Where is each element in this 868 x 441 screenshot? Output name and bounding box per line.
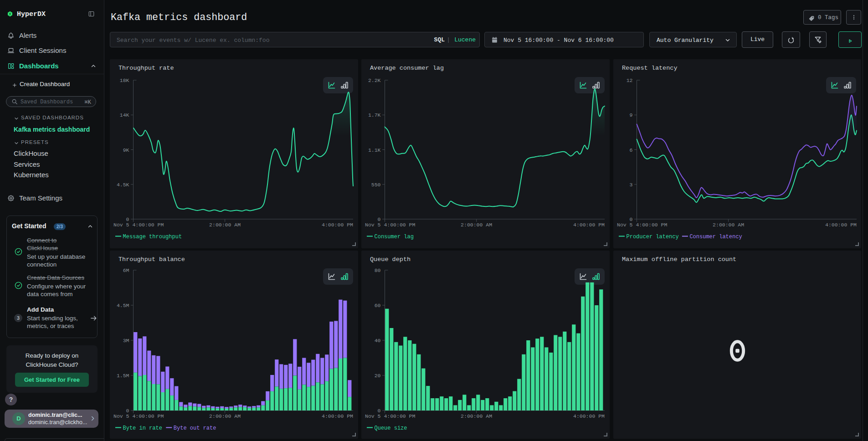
- svg-text:6M: 6M: [123, 267, 129, 273]
- svg-text:20: 20: [375, 373, 381, 379]
- svg-text:4:00:00 PM: 4:00:00 PM: [573, 413, 605, 419]
- svg-text:1.5M: 1.5M: [117, 373, 129, 379]
- svg-text:4:00:00 PM: 4:00:00 PM: [322, 222, 353, 228]
- svg-text:2.2K: 2.2K: [368, 77, 381, 83]
- svg-text:2:00:00 AM: 2:00:00 AM: [461, 222, 492, 228]
- svg-text:4.5M: 4.5M: [117, 303, 129, 308]
- svg-text:Nov 5 4:00:00 PM: Nov 5 4:00:00 PM: [617, 222, 668, 228]
- svg-text:Nov 5 4:00:00 PM: Nov 5 4:00:00 PM: [113, 222, 164, 228]
- svg-text:3M: 3M: [123, 338, 129, 344]
- svg-text:Nov 5 4:00:00 PM: Nov 5 4:00:00 PM: [113, 413, 164, 419]
- svg-text:60: 60: [375, 303, 381, 308]
- svg-text:Byte out rate: Byte out rate: [174, 425, 216, 431]
- svg-text:3: 3: [630, 182, 633, 188]
- svg-text:40: 40: [375, 338, 381, 344]
- svg-text:9: 9: [630, 112, 633, 118]
- svg-text:Queue size: Queue size: [375, 425, 407, 431]
- svg-text:2:00:00 AM: 2:00:00 AM: [209, 413, 241, 419]
- svg-text:1.7K: 1.7K: [368, 112, 381, 118]
- svg-text:Nov 5 4:00:00 PM: Nov 5 4:00:00 PM: [365, 222, 416, 228]
- svg-text:18K: 18K: [120, 77, 129, 83]
- svg-text:Producer latency: Producer latency: [627, 234, 679, 240]
- svg-text:Consumer latency: Consumer latency: [689, 234, 742, 240]
- svg-text:2:00:00 AM: 2:00:00 AM: [713, 222, 744, 228]
- svg-text:4.5K: 4.5K: [117, 182, 129, 188]
- svg-text:6: 6: [630, 147, 633, 153]
- svg-text:1.1K: 1.1K: [368, 147, 381, 153]
- svg-text:4:00:00 PM: 4:00:00 PM: [573, 222, 605, 228]
- svg-text:4:00:00 PM: 4:00:00 PM: [322, 413, 353, 419]
- svg-text:2:00:00 AM: 2:00:00 AM: [461, 413, 492, 419]
- svg-text:80: 80: [375, 267, 381, 273]
- svg-text:Consumer lag: Consumer lag: [375, 234, 414, 240]
- svg-text:Nov 5 4:00:00 PM: Nov 5 4:00:00 PM: [365, 413, 416, 419]
- svg-text:Message throughput: Message throughput: [123, 234, 182, 240]
- svg-text:Byte in rate: Byte in rate: [123, 425, 162, 431]
- svg-text:9K: 9K: [123, 147, 129, 153]
- svg-text:14K: 14K: [120, 112, 129, 118]
- svg-text:4:00:00 PM: 4:00:00 PM: [825, 222, 857, 228]
- svg-text:2:00:00 AM: 2:00:00 AM: [209, 222, 241, 228]
- svg-text:550: 550: [371, 182, 381, 188]
- svg-text:12: 12: [627, 77, 633, 83]
